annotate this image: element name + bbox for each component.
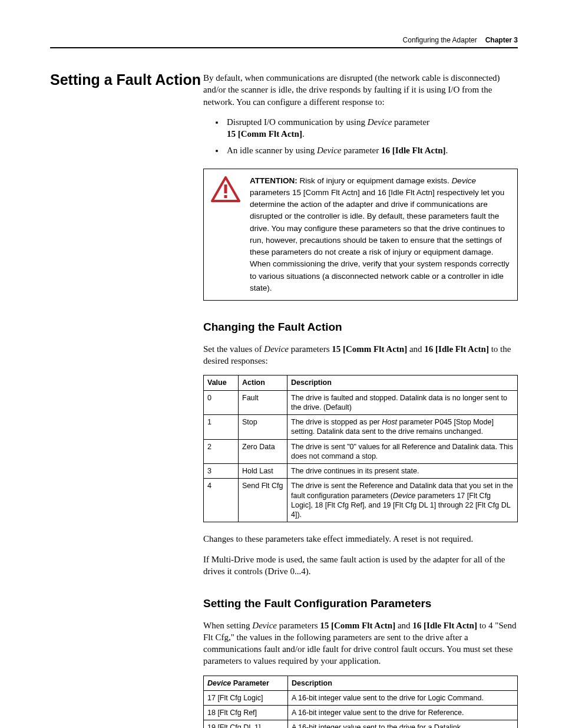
table-header: Description (287, 375, 518, 390)
table-row: 1 Stop The drive is stopped as per Host … (204, 415, 518, 440)
table-row: 19 [Flt Cfg DL 1] through 22 [Flt Cfg DL… (204, 720, 518, 728)
attention-callout: ATTENTION: Risk of injury or equipment d… (203, 169, 518, 301)
header-chapter: Chapter 3 (485, 35, 518, 45)
fault-config-table: Device Parameter Description 17 [Flt Cfg… (203, 676, 518, 728)
subheading-changing: Changing the Fault Action (203, 319, 518, 335)
page-header: Configuring the Adapter Chapter 3 (50, 35, 518, 48)
list-item: Disrupted I/O communication by using Dev… (224, 116, 518, 140)
attention-text: ATTENTION: Risk of injury or equipment d… (250, 175, 510, 295)
sub2-paragraph: When setting Device parameters 15 [Comm … (203, 620, 518, 667)
table-header: Value (204, 375, 239, 390)
table-header: Description (288, 676, 518, 690)
attention-icon (211, 176, 240, 295)
svg-rect-1 (224, 185, 227, 193)
table-header: Action (239, 375, 287, 390)
table-row: 2 Zero Data The drive is sent "0" values… (204, 439, 518, 464)
svg-rect-2 (224, 195, 227, 198)
header-section: Configuring the Adapter (403, 35, 477, 45)
fault-action-table: Value Action Description 0 Fault The dri… (203, 375, 518, 522)
sub1-paragraph: Set the values of Device parameters 15 [… (203, 343, 518, 367)
intro-paragraph: By default, when communications are disr… (203, 72, 518, 108)
table-row: 18 [Flt Cfg Ref] A 16-bit integer value … (204, 706, 518, 720)
bullet-list: Disrupted I/O communication by using Dev… (203, 116, 518, 157)
table-row: 0 Fault The drive is faulted and stopped… (204, 390, 518, 415)
table-header: Device Parameter (204, 676, 288, 690)
table-row: 17 [Flt Cfg Logic] A 16-bit integer valu… (204, 690, 518, 705)
paragraph: If Multi-Drive mode is used, the same fa… (203, 554, 518, 578)
list-item: An idle scanner by using Device paramete… (224, 144, 518, 156)
paragraph: Changes to these parameters take effect … (203, 533, 518, 545)
table-row: 4 Send Flt Cfg The drive is sent the Ref… (204, 479, 518, 522)
subheading-setting-params: Setting the Fault Configuration Paramete… (203, 596, 518, 611)
section-title: Setting a Fault Action (50, 72, 203, 88)
table-row: 3 Hold Last The drive continues in its p… (204, 464, 518, 479)
